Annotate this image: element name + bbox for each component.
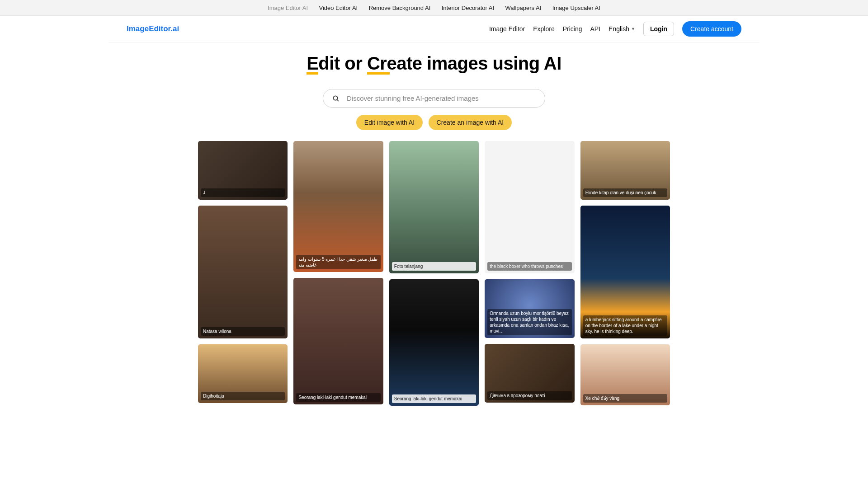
gallery-card[interactable]: a lumberjack sitting around a campfire o…	[580, 206, 670, 338]
action-pills: Edit image with AI Create an image with …	[0, 115, 868, 130]
gallery-card[interactable]: Seorang laki-laki gendut memakai	[293, 278, 383, 404]
topbar-link-wallpapers-ai[interactable]: Wallpapers AI	[505, 5, 541, 11]
gallery-card[interactable]: the black boxer who throws punches	[485, 141, 574, 273]
language-label: English	[609, 25, 629, 33]
nav-explore[interactable]: Explore	[533, 25, 554, 33]
create-image-button[interactable]: Create an image with AI	[429, 115, 512, 130]
gallery-card[interactable]: Xe chở đầy vàng	[580, 344, 670, 405]
caption: the black boxer who throws punches	[487, 262, 571, 271]
topbar-link-video-editor-ai[interactable]: Video Editor AI	[319, 5, 358, 11]
caption: Дівчина в прозорому платі	[487, 391, 571, 400]
chevron-down-icon: ▼	[631, 27, 635, 31]
caption: Xe chở đầy vàng	[583, 394, 667, 403]
caption: Seorang laki-laki gendut memakai	[392, 394, 476, 403]
topbar: Image Editor AI Video Editor AI Remove B…	[0, 0, 868, 16]
gallery-card[interactable]: Digihoitaja	[198, 344, 288, 403]
gallery-card[interactable]: Foto telanjang	[389, 141, 479, 273]
thumbnail	[293, 278, 383, 404]
caption: Natasa wilona	[201, 327, 285, 336]
topbar-link-image-upscaler-ai[interactable]: Image Upscaler AI	[552, 5, 600, 11]
caption: a lumberjack sitting around a campfire o…	[583, 315, 667, 336]
caption: طفل صغير شقي جداا عمره 5 سنوات وامه غاضب…	[296, 255, 380, 269]
search-box[interactable]	[323, 89, 545, 108]
caption: Ormanda uzun boylu mor tişörtlü beyaz te…	[487, 309, 571, 335]
search-input[interactable]	[347, 94, 536, 102]
gallery-card[interactable]: J	[198, 141, 288, 200]
nav-pricing[interactable]: Pricing	[563, 25, 582, 33]
edit-image-button[interactable]: Edit image with AI	[356, 115, 423, 130]
language-selector[interactable]: English ▼	[609, 25, 635, 33]
thumbnail	[389, 279, 479, 406]
gallery-card[interactable]: Natasa wilona	[198, 206, 288, 338]
caption: Elinde kitap olan ve düşünen çocuk	[583, 188, 667, 197]
topbar-link-image-editor-ai[interactable]: Image Editor AI	[268, 5, 308, 11]
search-wrap	[0, 89, 868, 108]
caption: Seorang laki-laki gendut memakai	[296, 393, 380, 402]
hero-title: Edit or Create images using AI	[0, 53, 868, 74]
nav-image-editor[interactable]: Image Editor	[489, 25, 525, 33]
nav-api[interactable]: API	[590, 25, 601, 33]
hero-create: Create	[367, 53, 422, 74]
login-button[interactable]: Login	[643, 22, 674, 36]
thumbnail	[293, 141, 383, 272]
svg-line-1	[337, 99, 339, 101]
gallery-card[interactable]: Дівчина в прозорому платі	[485, 344, 574, 403]
gallery-col-3: the black boxer who throws punches Orman…	[485, 141, 574, 406]
gallery-card[interactable]: طفل صغير شقي جداا عمره 5 سنوات وامه غاضب…	[293, 141, 383, 272]
gallery-col-2: Foto telanjang Seorang laki-laki gendut …	[389, 141, 479, 406]
thumbnail	[198, 206, 288, 338]
caption: Digihoitaja	[201, 392, 285, 400]
create-account-button[interactable]: Create account	[682, 21, 741, 37]
gallery-col-4: Elinde kitap olan ve düşünen çocuk a lum…	[580, 141, 670, 406]
hero-edit: Edit	[307, 53, 340, 74]
topbar-link-remove-background-ai[interactable]: Remove Background AI	[369, 5, 431, 11]
gallery: J Natasa wilona Digihoitaja طفل صغير شقي…	[194, 141, 674, 406]
svg-point-0	[333, 96, 337, 100]
main-nav: Image Editor Explore Pricing API English…	[489, 21, 741, 37]
gallery-card[interactable]: Seorang laki-laki gendut memakai	[389, 279, 479, 406]
hero: Edit or Create images using AI	[0, 42, 868, 79]
logo[interactable]: ImageEditor.ai	[127, 24, 179, 33]
gallery-col-1: طفل صغير شقي جداا عمره 5 سنوات وامه غاضب…	[293, 141, 383, 406]
thumbnail	[389, 141, 479, 273]
gallery-col-0: J Natasa wilona Digihoitaja	[198, 141, 288, 406]
gallery-card[interactable]: Ormanda uzun boylu mor tişörtlü beyaz te…	[485, 279, 574, 338]
topbar-link-interior-decorator-ai[interactable]: Interior Decorator AI	[442, 5, 494, 11]
thumbnail	[485, 141, 574, 273]
header: ImageEditor.ai Image Editor Explore Pric…	[108, 16, 760, 42]
search-icon	[332, 95, 340, 102]
caption: J	[201, 188, 285, 197]
caption: Foto telanjang	[392, 262, 476, 271]
gallery-card[interactable]: Elinde kitap olan ve düşünen çocuk	[580, 141, 670, 200]
